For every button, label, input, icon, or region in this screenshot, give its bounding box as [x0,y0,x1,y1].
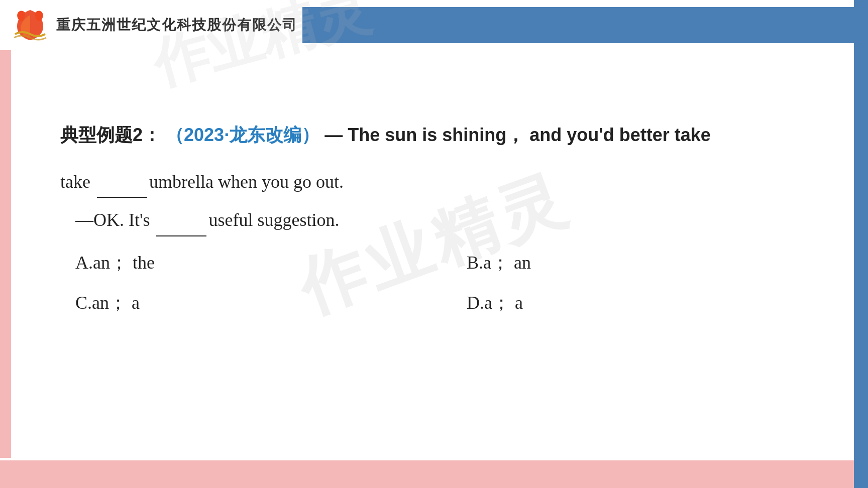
question-sentence1: The sun is shining， and you'd better tak… [348,125,711,145]
sentence2-start: OK. It's [93,210,154,230]
question-label: 典型例题2： [60,125,161,145]
right-accent-bar [854,0,868,488]
header: 重庆五洲世纪文化科技股份有限公司 [0,0,868,50]
options-grid: A.an； the B.a； an C.an； a D.a； a [60,247,818,319]
question-dash: — [324,125,343,145]
slide-container: 重庆五洲世纪文化科技股份有限公司 作业精灵 作业精灵 典型例题2： （2023·… [0,0,868,488]
question-title: 典型例题2： （2023·龙东改编） — The sun is shining，… [60,120,818,150]
question-body-1: take umbrella when you go out. [60,165,818,198]
response-dash: — [75,210,93,230]
question-block: 典型例题2： （2023·龙东改编） — The sun is shining，… [60,120,818,319]
question-source: （2023·龙东改编） [166,125,319,145]
company-logo [10,5,50,45]
blank-1 [97,165,147,198]
option-d: D.a； a [467,287,818,319]
header-blue-bar [302,7,868,43]
option-a: A.an； the [75,247,426,279]
option-b: B.a； an [467,247,818,279]
dialogue-line-2: —OK. It's useful suggestion. [60,203,818,236]
blank-2 [156,203,206,236]
option-c: C.an； a [75,287,426,319]
main-content: 典型例题2： （2023·龙东改编） — The sun is shining，… [0,50,868,488]
sentence2-end: useful suggestion. [208,210,339,230]
sentence1-end: umbrella when you go out. [149,172,344,192]
